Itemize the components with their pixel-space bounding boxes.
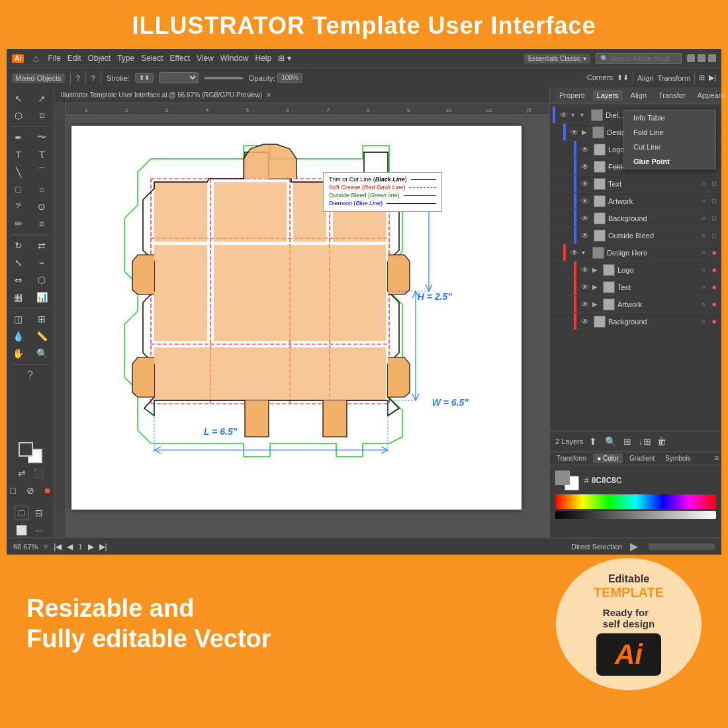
menu-file[interactable]: File <box>48 54 60 63</box>
shaper-tool[interactable]: ⌗ <box>30 215 54 232</box>
gradient-tool[interactable]: ◫ <box>7 310 30 328</box>
default-colors-btn[interactable]: ⬛ <box>32 466 46 480</box>
layer-lock-11[interactable]: ■ <box>709 283 719 291</box>
scale-tool[interactable]: ⤡ <box>7 254 30 271</box>
tab-transform[interactable]: Transform <box>553 453 590 463</box>
workspace-grid[interactable]: ⊞ ▾ <box>278 54 291 63</box>
color-spectrum-bar[interactable] <box>555 494 716 509</box>
layer-target-7[interactable]: ○ <box>699 214 708 222</box>
scroll-bar[interactable] <box>649 543 715 550</box>
expand-icon-2[interactable]: ▶ <box>582 128 590 136</box>
tab-properties[interactable]: Properti <box>555 90 589 101</box>
eye-icon-6[interactable]: 👁 <box>579 197 591 206</box>
eye-icon-3[interactable]: 👁 <box>579 145 591 154</box>
eye-icon-2[interactable]: 👁 <box>569 128 580 137</box>
eye-icon-13[interactable]: 👁 <box>579 317 591 326</box>
curvature-tool[interactable]: 〜 <box>30 129 54 146</box>
graph-tool[interactable]: 📊 <box>30 289 54 306</box>
lasso-tool[interactable]: ⌑ <box>30 107 54 124</box>
layer-lock-7[interactable]: □ <box>709 214 719 222</box>
layer-target-13[interactable]: ○ <box>699 318 708 325</box>
layer-options-btn[interactable]: ⊞ <box>620 434 635 449</box>
swap-colors-btn[interactable]: ⇄ <box>15 466 29 480</box>
question-icon-1[interactable]: ? <box>76 74 80 82</box>
expand-icon-1b[interactable]: ▾ <box>580 111 588 118</box>
blend-tool[interactable]: ⬡ <box>30 271 54 289</box>
touch-type-tool[interactable]: Ꚍ <box>30 146 54 163</box>
rotate-tool[interactable]: ↻ <box>7 237 30 254</box>
stroke-dropdown[interactable] <box>159 72 199 83</box>
pencil-tool[interactable]: ✏ <box>7 215 30 232</box>
color-panel-menu-btn[interactable]: ≡ <box>714 453 719 463</box>
menu-object[interactable]: Object <box>88 54 111 63</box>
home-icon[interactable]: ⌂ <box>33 53 38 64</box>
layer-lock-10[interactable]: ■ <box>709 266 719 273</box>
new-layer-btn[interactable]: ⬆ <box>586 434 600 449</box>
eye-icon-10[interactable]: 👁 <box>579 265 591 275</box>
tab-layers[interactable]: Layers <box>593 90 623 101</box>
search-input[interactable] <box>596 53 682 64</box>
layer-lock-8[interactable]: □ <box>709 232 719 239</box>
menu-effect[interactable]: Effect <box>170 54 190 63</box>
next-page[interactable]: ▶ <box>88 542 94 551</box>
width-tool[interactable]: ⇔ <box>7 271 30 289</box>
prev-page[interactable]: ◀ <box>67 542 73 551</box>
ellipse-tool[interactable]: ○ <box>30 181 54 198</box>
layer-row-outside-bleed[interactable]: 👁 Outside Bleed ○ □ <box>550 227 721 244</box>
draw-mode-back[interactable]: ⊟ <box>32 506 46 520</box>
layer-lock-9[interactable]: ■ <box>709 249 719 256</box>
workspace-selector[interactable]: Essentials Classic ▾ <box>524 54 590 64</box>
layer-target-12[interactable]: ○ <box>699 300 708 308</box>
swatch-front[interactable] <box>555 471 570 485</box>
dropdown-item-info[interactable]: Info Table <box>624 111 715 125</box>
collect-layer-btn[interactable]: ↓⊞ <box>637 434 652 449</box>
layer-lock-13[interactable]: ■ <box>709 318 719 325</box>
menu-help[interactable]: Help <box>255 54 272 63</box>
layer-row-artwork-1[interactable]: 👁 Artwork ○ □ <box>550 193 721 210</box>
red-square[interactable]: ■ <box>40 483 55 498</box>
layer-target-6[interactable]: ○ <box>699 197 708 205</box>
layer-row-design-here-2[interactable]: 👁 ▾ Design Here ○ ■ <box>550 244 721 261</box>
expand-icon-10[interactable]: ▶ <box>592 266 600 273</box>
menu-type[interactable]: Type <box>117 54 134 63</box>
direct-selection-tool[interactable]: ↗ <box>30 90 54 107</box>
measure-tool[interactable]: 📏 <box>30 328 54 345</box>
layer-row-background-1[interactable]: 👁 Background ○ □ <box>550 210 721 227</box>
fill-swatch[interactable] <box>19 442 33 457</box>
reflect-tool[interactable]: ⇄ <box>30 237 54 254</box>
none-btn[interactable]: ⊘ <box>23 483 38 498</box>
expand-icon-11[interactable]: ▶ <box>592 283 600 291</box>
pen-tool[interactable]: ✒ <box>7 129 30 146</box>
rect-tool[interactable]: □ <box>7 181 30 198</box>
nav-arrow-btn[interactable]: ▶ <box>630 540 638 553</box>
fill-color-btn-2[interactable]: □ <box>6 483 21 498</box>
menu-view[interactable]: View <box>197 54 214 63</box>
chart-tool[interactable]: ▦ <box>7 289 30 306</box>
maximize-button[interactable] <box>698 54 705 62</box>
fill-stroke-swatches[interactable] <box>19 442 42 463</box>
layer-target-10[interactable]: ○ <box>699 266 708 273</box>
screen-mode-btn[interactable]: ⬜ <box>15 523 29 537</box>
zoom-dropdown[interactable]: ▾ <box>43 540 48 553</box>
selection-tool[interactable]: ↖ <box>7 90 30 107</box>
search-layer-btn[interactable]: 🔍 <box>603 434 617 449</box>
delete-layer-btn[interactable]: 🗑 <box>655 434 669 449</box>
hand-tool[interactable]: ✋ <box>7 345 30 362</box>
warp-tool[interactable]: ⌁ <box>30 254 54 271</box>
layer-row-text-1[interactable]: 👁 Text ○ □ <box>550 175 721 193</box>
opacity-value[interactable]: 100% <box>277 73 302 83</box>
layer-target-9[interactable]: ○ <box>699 249 708 256</box>
arc-tool[interactable]: ⌒ <box>30 163 54 181</box>
zoom-level[interactable]: 66.67% <box>13 543 38 551</box>
layer-target-8[interactable]: ○ <box>699 232 708 239</box>
dropdown-item-cut[interactable]: Cut Line <box>624 140 715 154</box>
minimize-button[interactable] <box>687 54 695 62</box>
arrange-btn[interactable]: ⊞ <box>699 73 705 82</box>
layer-target-11[interactable]: ○ <box>699 283 708 291</box>
expand-icon-12[interactable]: ▶ <box>592 300 600 308</box>
prev-btn[interactable]: |◀ <box>54 542 62 551</box>
expand-icon-1[interactable]: ▾ <box>571 111 579 118</box>
layer-lock-12[interactable]: ■ <box>709 300 719 308</box>
blob-tool[interactable]: ⊙ <box>30 198 54 215</box>
tab-appearance[interactable]: Appeara <box>694 90 728 101</box>
